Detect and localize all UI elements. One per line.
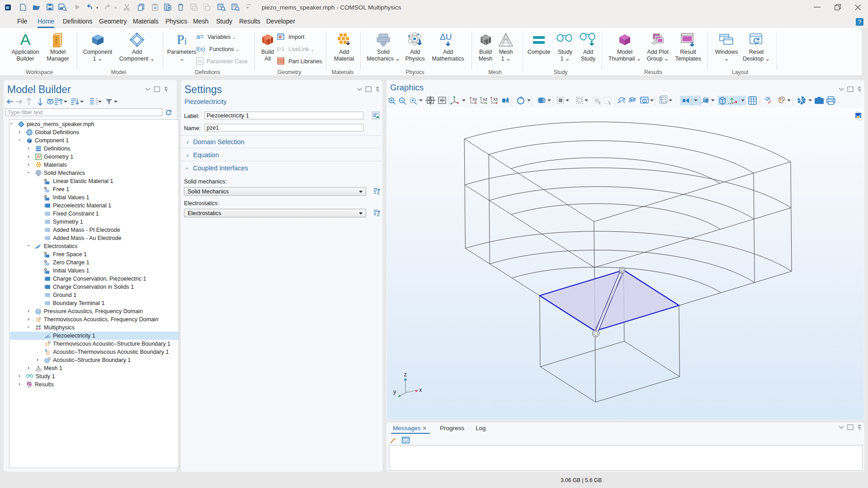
svg-text:a=: a= bbox=[196, 33, 204, 40]
svg-text:x: x bbox=[419, 387, 422, 393]
svg-text:Pi: Pi bbox=[177, 32, 187, 47]
svg-text:z: z bbox=[404, 371, 407, 378]
svg-text:y: y bbox=[393, 389, 396, 395]
svg-text:yz: yz bbox=[483, 97, 487, 102]
svg-text:Pi: Pi bbox=[198, 58, 202, 64]
svg-text:f(x): f(x) bbox=[196, 46, 205, 52]
svg-text:ΔU: ΔU bbox=[440, 32, 452, 42]
svg-text:A: A bbox=[20, 32, 31, 47]
svg-text:xz: xz bbox=[493, 97, 498, 102]
svg-text:xy: xy bbox=[472, 97, 477, 102]
